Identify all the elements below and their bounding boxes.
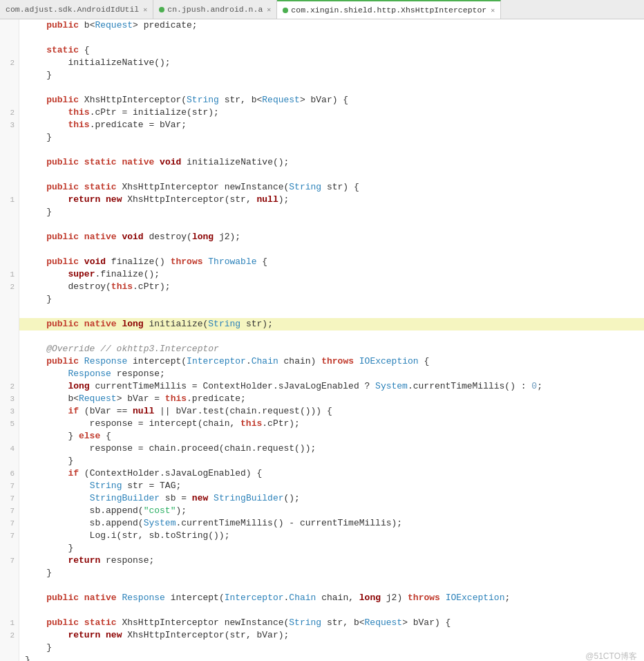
code-line: public native void destroy(long j2); [0, 231, 644, 243]
tab-bar: com.adjust.sdk.AndroidIdUtil ✕ cn.jpush.… [0, 0, 644, 19]
code-line [0, 82, 644, 94]
tab-close-icon[interactable]: ✕ [267, 6, 271, 14]
code-line: 7 return response; [0, 555, 644, 567]
code-line: 1 super.finalize(); [0, 268, 644, 281]
code-line: } [0, 131, 644, 144]
code-line: 7 sb.append("cost"); [0, 505, 644, 517]
code-line [0, 218, 644, 231]
code-line: } [0, 567, 644, 579]
code-line [0, 330, 644, 343]
code-line: 2 destroy(this.cPtr); [0, 281, 644, 293]
tab-close-icon[interactable]: ✕ [143, 6, 147, 14]
tab-xhshttpinterceptor[interactable]: com.xingin.shield.http.XhsHttpIntercepto… [277, 0, 501, 19]
code-line: 7 StringBuilder sb = new StringBuilder()… [0, 492, 644, 505]
code-line: @Override // okhttp3.Interceptor [0, 343, 644, 355]
code-line: 7 sb.append(System.currentTimeMillis() -… [0, 517, 644, 530]
code-line: 4 response = chain.proceed(chain.request… [0, 443, 644, 455]
code-line: Response response; [0, 368, 644, 380]
tab-dot-icon [283, 8, 288, 13]
code-line: public native Response intercept(Interce… [0, 592, 644, 604]
code-line: public static native void initializeNati… [0, 156, 644, 169]
code-line [0, 144, 644, 156]
code-line: } [0, 654, 644, 661]
tab-label: cn.jpush.android.n.a [167, 5, 263, 14]
tab-androididutil[interactable]: com.adjust.sdk.AndroidIdUtil ✕ [0, 0, 153, 19]
code-line: 7 String str = TAG; [0, 480, 644, 492]
code-line: public Response intercept(Interceptor.Ch… [0, 355, 644, 368]
code-line: } [0, 642, 644, 654]
code-line: 2 initializeNative(); [0, 57, 644, 69]
code-line [0, 579, 644, 592]
code-line: } [0, 542, 644, 555]
code-line: 3 b<Request> bVar = this.predicate; [0, 393, 644, 405]
code-line: } [0, 293, 644, 306]
tab-close-icon[interactable]: ✕ [491, 6, 495, 15]
code-line-highlighted: public native long initialize(String str… [0, 318, 644, 330]
code-line: 2 return new XhsHttpInterceptor(str, bVa… [0, 629, 644, 642]
code-line: static { [0, 44, 644, 57]
code-line: 5 response = intercept(chain, this.cPtr)… [0, 418, 644, 430]
code-line: 2 long currentTimeMillis = ContextHolder… [0, 380, 644, 393]
code-line: 3 this.predicate = bVar; [0, 119, 644, 131]
tab-jpush[interactable]: cn.jpush.android.n.a ✕ [153, 0, 277, 19]
code-line: 3 if (bVar == null || bVar.test(chain.re… [0, 405, 644, 418]
watermark: @51CTO博客 [585, 651, 637, 661]
code-editor: public b<Request> predicate; static { 2 … [0, 19, 644, 661]
code-line [0, 306, 644, 318]
tab-dot-icon [159, 7, 164, 12]
code-line: } [0, 69, 644, 82]
code-line: } else { [0, 430, 644, 443]
code-line: 1 public static XhsHttpInterceptor newIn… [0, 617, 644, 629]
code-line: public XhsHttpInterceptor(String str, b<… [0, 94, 644, 106]
tab-label: com.xingin.shield.http.XhsHttpIntercepto… [291, 6, 486, 15]
code-line [0, 604, 644, 617]
code-line [0, 169, 644, 181]
code-line: 6 if (ContextHolder.sJavaLogEnabled) { [0, 467, 644, 480]
code-line [0, 32, 644, 44]
code-line: 2 this.cPtr = initialize(str); [0, 106, 644, 119]
tab-label: com.adjust.sdk.AndroidIdUtil [6, 5, 139, 14]
code-line [0, 243, 644, 256]
code-line: } [0, 206, 644, 218]
code-line: public void finalize() throws Throwable … [0, 256, 644, 268]
code-line: public b<Request> predicate; [0, 19, 644, 32]
code-line: 1 return new XhsHttpInterceptor(str, nul… [0, 194, 644, 206]
code-line: } [0, 455, 644, 467]
code-line: 7 Log.i(str, sb.toString()); [0, 530, 644, 542]
code-line: public static XhsHttpInterceptor newInst… [0, 181, 644, 194]
